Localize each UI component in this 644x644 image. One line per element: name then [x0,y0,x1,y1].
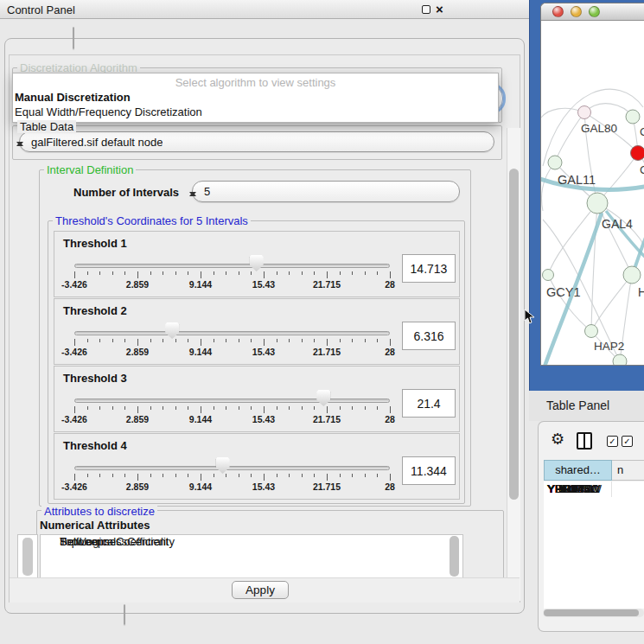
attributes-side-list[interactable] [17,534,38,579]
tick-mark [226,474,226,477]
algorithm-dropdown-popup: Select algorithm to view settings Manual… [12,73,499,123]
tick-mark [365,339,366,342]
tick-mark [214,406,214,410]
number-of-intervals-combobox[interactable]: 5 [192,181,460,202]
tick-mark [289,339,290,342]
tick-label: 15.43 [252,481,275,492]
threshold-label: Threshold 4 [63,439,127,452]
tick-label: 28 [385,414,395,424]
column-header-shared-name[interactable]: shared… [544,460,612,481]
minimize-light[interactable] [571,6,582,17]
algorithm-option-manual-discretization[interactable]: Manual Discretization [15,91,131,105]
tick-mark [264,406,265,413]
tick-mark [327,406,328,413]
tick-mark [74,474,75,481]
table-settings-gear-icon[interactable]: ⚙ [551,430,564,448]
tick-mark [314,339,315,342]
tick-mark [226,339,226,342]
tick-label: 9.144 [189,481,212,492]
select-all-checkbox-icon[interactable]: ✓ [607,436,618,447]
table-data-combobox[interactable]: galFiltered.sif default node [19,131,494,152]
tick-mark [340,339,341,342]
node-label: GAL11 [558,173,596,187]
close-light[interactable] [552,6,564,17]
tick-mark [239,406,239,410]
tick-mark [99,339,100,342]
panel-scrollbar-thumb[interactable] [509,169,519,500]
tick-mark [87,474,88,477]
node-label: GAL4 [602,217,633,231]
slider-handle[interactable] [165,322,179,339]
threshold-value-field[interactable]: 21.4 [402,389,456,418]
slider-track[interactable] [74,399,390,403]
tick-mark [137,339,138,346]
slider-handle[interactable] [316,390,330,406]
tick-mark [201,271,201,278]
tick-mark [314,406,315,410]
window-traffic-lights [541,3,644,21]
node-label: GA [640,125,644,138]
slider-track[interactable] [74,331,390,335]
side-list-scrollbar[interactable] [22,538,33,576]
network-canvas[interactable]: GAL80GACGAL11GAL4GCY1HHAP2 [541,21,644,365]
tick-mark [277,339,277,342]
table-hscrollbar-thumb[interactable] [544,609,639,616]
network-node[interactable] [578,106,591,119]
column-header-name[interactable]: n [612,460,644,481]
threshold-value-field[interactable]: 6.316 [402,322,456,350]
tick-mark [239,271,239,275]
tick-mark [201,339,201,346]
tick-mark [163,271,163,275]
network-node[interactable] [623,266,641,284]
tick-mark [352,474,353,477]
table-hscrollbar-track[interactable] [543,609,644,617]
tick-mark [175,339,176,342]
apply-button[interactable]: Apply [232,581,289,599]
tick-label: 21.715 [313,347,341,357]
tick-mark [188,271,188,275]
slider-handle[interactable] [250,255,264,271]
tick-mark [99,406,100,410]
slider-track[interactable] [74,466,390,470]
numerical-attributes-list[interactable]: SelfLoopsTopologicalCoefficientBetweenne… [40,534,463,579]
tick-mark [327,339,328,346]
threshold-value-field[interactable]: 14.713 [402,254,456,283]
tick-mark [150,271,151,275]
network-node[interactable] [626,110,640,124]
algorithm-option-equal-width-frequency-discretization[interactable]: Equal Width/Frequency Discretization [15,105,202,119]
tick-label: 15.43 [252,279,275,290]
slider-tick-labels: -3.4262.8599.14415.4321.71528 [74,347,390,358]
network-node[interactable] [543,270,554,281]
show-columns-icon[interactable] [577,432,592,450]
tick-mark [377,406,378,410]
panel-scrollbar-track[interactable] [507,128,520,601]
network-node[interactable] [613,354,627,365]
node-label: GCY1 [546,285,581,299]
network-node[interactable] [585,325,598,338]
threshold-value-field[interactable]: 11.344 [402,456,456,485]
slider-track[interactable] [74,264,390,268]
network-node[interactable] [587,193,608,214]
threshold-panel: Threshold 1 -3.4262.8599.14415.4321.7152… [54,231,460,297]
tick-label: -3.426 [61,481,87,492]
tick-mark [163,474,163,477]
network-node[interactable] [631,146,644,161]
tick-mark [302,406,303,410]
tick-mark [226,271,226,275]
slider-handle[interactable] [216,457,230,474]
threshold-stack: Threshold 1 -3.4262.8599.14415.4321.7152… [54,231,460,501]
tick-mark [150,339,151,342]
tick-label: -3.426 [61,279,87,290]
close-icon[interactable]: × [436,2,443,16]
float-window-icon[interactable] [422,5,430,14]
slider-ticks [74,339,390,347]
attribute-list-item[interactable]: BetweennessCentrality [41,535,175,549]
network-node[interactable] [548,156,562,169]
tick-mark [340,474,341,477]
tick-mark [214,474,214,477]
zoom-light[interactable] [589,6,600,17]
tick-label: 21.715 [313,279,341,290]
deselect-all-checkbox-icon[interactable]: ✓ [622,436,633,447]
tick-mark [251,339,252,342]
attributes-list-scrollbar[interactable] [450,536,459,577]
